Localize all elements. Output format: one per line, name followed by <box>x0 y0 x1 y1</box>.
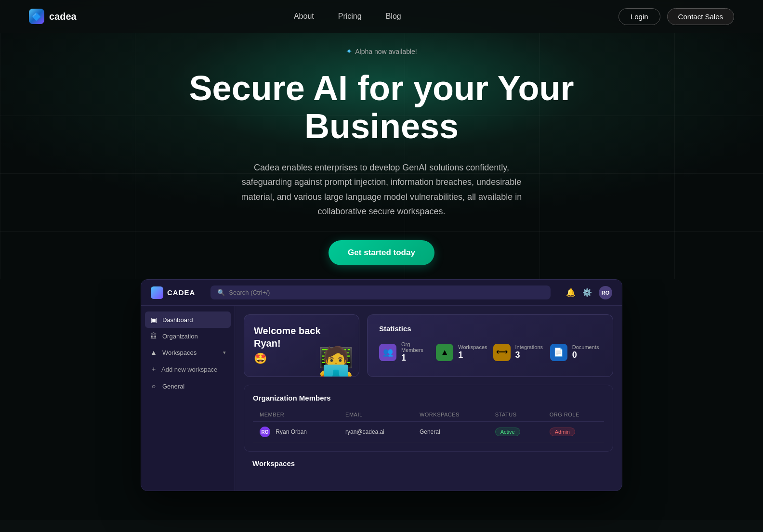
login-button[interactable]: Login <box>618 8 660 25</box>
dashboard-main: Welcome back Ryan! 🤩 🧑‍💻 Statistics 👥 <box>235 306 622 491</box>
stat-documents: 📄 Documents 0 <box>550 341 601 363</box>
member-workspace-cell: General <box>413 422 488 442</box>
search-icon: 🔍 <box>217 289 225 296</box>
member-status-cell: Active <box>488 422 543 442</box>
nav-link-about[interactable]: About <box>294 12 314 20</box>
settings-icon[interactable]: ⚙️ <box>582 288 592 297</box>
sidebar-item-organization[interactable]: 🏛 Organization <box>141 328 235 344</box>
member-email-cell: ryan@cadea.ai <box>339 422 413 442</box>
dash-header-actions: 🔔 ⚙️ RO <box>566 286 612 299</box>
col-workspaces: Workspaces <box>413 408 488 422</box>
dash-logo-icon <box>151 286 163 299</box>
dash-logo: CADEA <box>151 286 195 299</box>
col-member: Member <box>253 408 339 422</box>
documents-icon: 📄 <box>550 344 567 361</box>
role-badge: Admin <box>550 428 575 436</box>
hero-badge-text: Alpha now available! <box>355 48 417 55</box>
chevron-down-icon: ▾ <box>223 350 226 356</box>
search-bar[interactable]: 🔍 Search (Ctrl+/) <box>210 285 551 299</box>
welcome-illustration: 🧑‍💻 <box>318 348 354 376</box>
dashboard-body: ▣ Dashboard 🏛 Organization ▲ Workspaces … <box>141 306 622 491</box>
members-card-inner: Organization Members Member Email Worksp… <box>244 385 613 451</box>
member-avatar: RO <box>260 427 270 437</box>
org-members-icon: 👥 <box>379 344 396 361</box>
members-title: Organization Members <box>253 394 604 402</box>
sparkle-icon: ✦ <box>346 47 352 56</box>
sidebar-item-dashboard[interactable]: ▣ Dashboard <box>145 311 231 328</box>
dashboard-icon: ▣ <box>150 316 158 324</box>
org-members-value: 1 <box>401 353 430 363</box>
nav-logo[interactable]: 🔷 cadea <box>29 9 77 24</box>
sidebar-label-add-workspace: Add new workspace <box>161 366 217 373</box>
members-table: Member Email Workspaces Status Org Role <box>253 408 604 442</box>
members-table-wrap: Member Email Workspaces Status Org Role <box>253 408 604 442</box>
hero-subtitle: Cadea enables enterprises to develop Gen… <box>237 160 526 219</box>
stats-grid: 👥 Org Members 1 ▲ Workspaces <box>379 341 601 363</box>
org-members-label: Org Members <box>401 341 430 353</box>
integrations-value: 3 <box>515 350 543 360</box>
col-email: Email <box>339 408 413 422</box>
member-name: Ryan Orban <box>276 428 307 435</box>
sidebar-item-workspaces[interactable]: ▲ Workspaces ▾ <box>141 344 235 361</box>
nav-actions: Login Contact Sales <box>618 8 734 25</box>
notification-icon[interactable]: 🔔 <box>566 288 576 297</box>
stat-workspaces: ▲ Workspaces 1 <box>436 341 487 363</box>
sidebar-label-workspaces: Workspaces <box>162 349 197 356</box>
integrations-label: Integrations <box>515 344 543 350</box>
dashboard-wrapper: CADEA 🔍 Search (Ctrl+/) 🔔 ⚙️ RO ▣ Dashbo… <box>0 279 763 520</box>
dash-logo-text: CADEA <box>167 288 195 297</box>
member-name-cell: RO Ryan Orban <box>253 422 339 442</box>
get-started-button[interactable]: Get started today <box>329 240 434 265</box>
status-badge: Active <box>495 428 520 436</box>
organization-icon: 🏛 <box>150 332 158 340</box>
sidebar-item-general[interactable]: ○ General <box>141 378 235 394</box>
navbar: 🔷 cadea About Pricing Blog Login Contact… <box>0 0 763 33</box>
logo-icon: 🔷 <box>29 9 44 24</box>
col-role: Org Role <box>543 408 604 422</box>
sidebar: ▣ Dashboard 🏛 Organization ▲ Workspaces … <box>141 306 235 491</box>
sidebar-label-dashboard: Dashboard <box>162 316 193 324</box>
nav-link-blog[interactable]: Blog <box>386 12 401 20</box>
hero-section: ✦ Alpha now available! Secure AI for you… <box>0 0 763 279</box>
hero-badge: ✦ Alpha now available! <box>346 47 417 56</box>
col-status: Status <box>488 408 543 422</box>
nav-links: About Pricing Blog <box>294 12 401 21</box>
workspaces-icon: ▲ <box>150 349 158 356</box>
workspaces-value: 1 <box>458 350 487 360</box>
add-icon: ＋ <box>150 365 158 374</box>
top-row: Welcome back Ryan! 🤩 🧑‍💻 Statistics 👥 <box>244 314 613 377</box>
stats-card: Statistics 👥 Org Members 1 ▲ <box>367 314 613 377</box>
contact-sales-button[interactable]: Contact Sales <box>667 8 734 25</box>
nav-logo-text: cadea <box>49 11 77 22</box>
workspaces-section: Workspaces <box>244 459 613 482</box>
stat-org-members: 👥 Org Members 1 <box>379 341 430 363</box>
user-avatar[interactable]: RO <box>599 286 612 299</box>
stat-integrations: ⟷ Integrations 3 <box>493 341 544 363</box>
documents-value: 0 <box>572 350 599 360</box>
sidebar-label-general: General <box>162 383 184 390</box>
documents-label: Documents <box>572 344 599 350</box>
member-role-cell: Admin <box>543 422 604 442</box>
stats-title: Statistics <box>379 324 601 333</box>
table-header-row: Member Email Workspaces Status Org Role <box>253 408 604 422</box>
members-card: Organization Members Member Email Worksp… <box>244 385 613 452</box>
sidebar-item-add-workspace[interactable]: ＋ Add new workspace <box>141 361 235 378</box>
hero-title: Secure AI for your Your Business <box>189 69 574 145</box>
search-placeholder: Search (Ctrl+/) <box>229 289 270 296</box>
nav-link-pricing[interactable]: Pricing <box>338 12 362 20</box>
workspaces-title: Workspaces <box>252 459 605 467</box>
table-row: RO Ryan Orban ryan@cadea.ai General Acti… <box>253 422 604 442</box>
workspaces-stat-icon: ▲ <box>436 344 453 361</box>
workspaces-label: Workspaces <box>458 344 487 350</box>
sidebar-label-organization: Organization <box>162 333 198 340</box>
dashboard-card: CADEA 🔍 Search (Ctrl+/) 🔔 ⚙️ RO ▣ Dashbo… <box>141 279 622 491</box>
general-icon: ○ <box>150 382 158 390</box>
welcome-card: Welcome back Ryan! 🤩 🧑‍💻 <box>244 314 359 377</box>
dashboard-topbar: CADEA 🔍 Search (Ctrl+/) 🔔 ⚙️ RO <box>141 280 622 306</box>
integrations-icon: ⟷ <box>493 344 511 361</box>
